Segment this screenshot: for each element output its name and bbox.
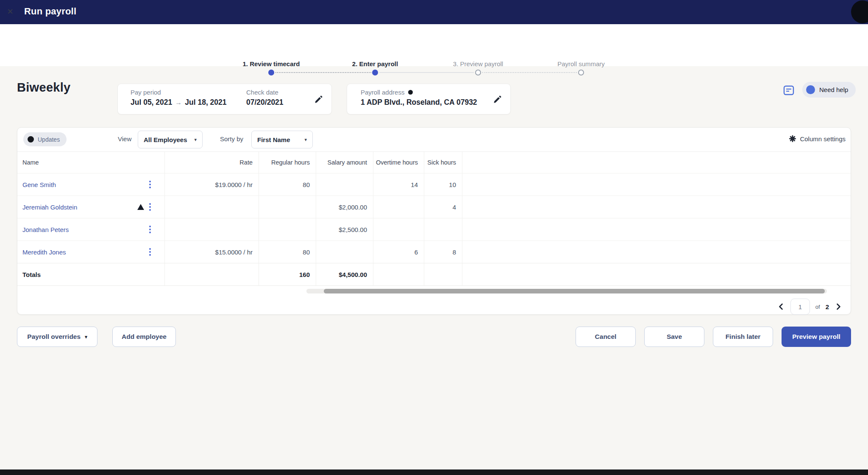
employee-name-link[interactable]: Jeremiah Goldstein xyxy=(22,204,77,211)
view-dropdown-value: All Employees xyxy=(144,136,187,143)
need-help-toggle[interactable]: Need help xyxy=(802,82,856,98)
regular-hours-cell[interactable]: 80 xyxy=(259,241,316,263)
table-row: Meredith Jones $15.0000 / hr 80 6 8 xyxy=(17,240,851,263)
warning-triangle-icon[interactable] xyxy=(137,204,144,210)
payroll-overrides-button[interactable]: Payroll overrides ▾ xyxy=(17,327,97,347)
close-icon[interactable]: × xyxy=(7,6,13,17)
overtime-hours-cell[interactable]: 6 xyxy=(373,241,424,263)
chevron-down-icon: ▾ xyxy=(194,137,197,142)
step-payroll-summary: Payroll summary xyxy=(557,60,605,67)
save-button[interactable]: Save xyxy=(644,327,704,347)
pay-period-start: Jul 05, 2021 xyxy=(131,98,172,106)
totals-sick-hours xyxy=(424,263,462,285)
employee-name-link[interactable]: Jonathan Peters xyxy=(22,226,69,233)
check-date-value: 07/20/2021 xyxy=(246,98,284,107)
edit-pay-period-pencil-icon[interactable] xyxy=(314,94,324,104)
totals-regular-hours: 160 xyxy=(259,263,316,285)
chevron-left-icon[interactable] xyxy=(777,303,785,310)
column-header-salary-amount: Salary amount xyxy=(316,152,373,173)
updates-dot-icon xyxy=(28,136,34,142)
check-date-label: Check date xyxy=(246,89,284,96)
row-spacer xyxy=(462,263,851,285)
cancel-button[interactable]: Cancel xyxy=(576,327,636,347)
table-row: Gene Smith $19.0000 / hr 80 14 10 xyxy=(17,173,851,196)
rate-cell[interactable]: $15.0000 / hr xyxy=(165,241,259,263)
status-dot-icon xyxy=(408,90,413,95)
rate-cell[interactable]: $19.0000 / hr xyxy=(165,173,259,196)
step-preview-payroll: 3. Preview payroll xyxy=(453,60,503,67)
sick-hours-cell[interactable] xyxy=(424,218,462,240)
rate-cell[interactable] xyxy=(165,196,259,218)
pay-period-end: Jul 18, 2021 xyxy=(185,98,226,106)
salary-amount-cell[interactable] xyxy=(316,241,373,263)
step-dot-complete-icon xyxy=(268,70,274,75)
pagination: 1 of 2 xyxy=(777,299,842,315)
totals-rate-cell xyxy=(165,263,259,285)
sick-hours-cell[interactable]: 10 xyxy=(424,173,462,196)
payroll-address-field: Payroll address 1 ADP Blvd., Roseland, C… xyxy=(361,89,477,107)
updates-toggle[interactable]: Updates xyxy=(23,132,67,146)
regular-hours-cell[interactable] xyxy=(259,218,316,240)
sick-hours-cell[interactable]: 8 xyxy=(424,241,462,263)
payroll-table: Updates View All Employees ▾ Sorty by Fi… xyxy=(17,127,851,315)
chevron-right-icon[interactable] xyxy=(835,303,842,310)
top-bar: × Run payroll xyxy=(0,0,868,24)
add-employee-button[interactable]: Add employee xyxy=(112,327,176,347)
column-header-spacer xyxy=(462,152,851,173)
stepper-connector xyxy=(379,72,474,73)
kebab-menu-icon[interactable] xyxy=(149,226,151,227)
column-header-name: Name xyxy=(17,152,165,173)
step-review-timecard: 1. Review timecard xyxy=(242,60,300,67)
salary-amount-cell[interactable]: $2,000.00 xyxy=(316,196,373,218)
view-label: View xyxy=(118,135,131,142)
finish-later-button[interactable]: Finish later xyxy=(713,327,773,347)
kebab-menu-icon[interactable] xyxy=(149,203,151,205)
step-dot-upcoming-icon xyxy=(578,70,584,75)
employee-name-link[interactable]: Gene Smith xyxy=(22,181,56,188)
step-dot-current-icon xyxy=(372,70,378,75)
edit-address-pencil-icon[interactable] xyxy=(492,94,503,104)
updates-label: Updates xyxy=(38,136,60,143)
salary-amount-cell[interactable] xyxy=(316,173,373,196)
employee-name-link[interactable]: Meredith Jones xyxy=(22,249,66,256)
table-row: Jonathan Peters $2,500.00 xyxy=(17,218,851,240)
stepper-connector xyxy=(275,72,371,73)
sort-dropdown-value: First Name xyxy=(257,136,290,143)
column-header-overtime-hours: Overtime hours xyxy=(373,152,424,173)
regular-hours-cell[interactable] xyxy=(259,196,316,218)
column-header-regular-hours: Regular hours xyxy=(259,152,316,173)
horizontal-scroll-area xyxy=(17,286,851,296)
stepper-connector xyxy=(482,72,577,73)
column-header-sick-hours: Sick hours xyxy=(424,152,462,173)
message-icon[interactable] xyxy=(783,85,794,96)
preview-payroll-button[interactable]: Preview payroll xyxy=(782,327,851,347)
column-settings-button[interactable]: Column settings xyxy=(789,135,846,142)
page-number-input[interactable]: 1 xyxy=(790,299,810,315)
salary-amount-cell[interactable]: $2,500.00 xyxy=(316,218,373,240)
overtime-hours-cell[interactable] xyxy=(373,196,424,218)
row-spacer xyxy=(462,196,851,218)
sort-dropdown[interactable]: First Name ▾ xyxy=(251,131,313,148)
chevron-down-icon: ▾ xyxy=(304,137,307,142)
payroll-address-label: Payroll address xyxy=(361,89,404,96)
chevron-down-icon: ▾ xyxy=(85,334,87,340)
profile-avatar[interactable] xyxy=(851,0,868,23)
regular-hours-cell[interactable]: 80 xyxy=(259,173,316,196)
overtime-hours-cell[interactable] xyxy=(373,218,424,240)
sick-hours-cell[interactable]: 4 xyxy=(424,196,462,218)
scrollbar-thumb[interactable] xyxy=(324,289,825,293)
column-settings-label: Column settings xyxy=(800,135,846,142)
page-title: Run payroll xyxy=(24,6,76,17)
help-dot-icon xyxy=(806,85,815,94)
totals-salary-amount: $4,500.00 xyxy=(316,263,373,285)
view-dropdown[interactable]: All Employees ▾ xyxy=(138,131,203,148)
sort-label: Sorty by xyxy=(220,135,243,142)
rate-cell[interactable] xyxy=(165,218,259,240)
check-date-field: Check date 07/20/2021 xyxy=(246,89,284,107)
pay-period-label: Pay period xyxy=(131,89,227,96)
kebab-menu-icon[interactable] xyxy=(149,181,151,182)
overtime-hours-cell[interactable]: 14 xyxy=(373,173,424,196)
bottom-edge-strip xyxy=(0,469,868,475)
kebab-menu-icon[interactable] xyxy=(149,248,151,250)
stepper: 1. Review timecard 2. Enter payroll 3. P… xyxy=(0,24,868,66)
